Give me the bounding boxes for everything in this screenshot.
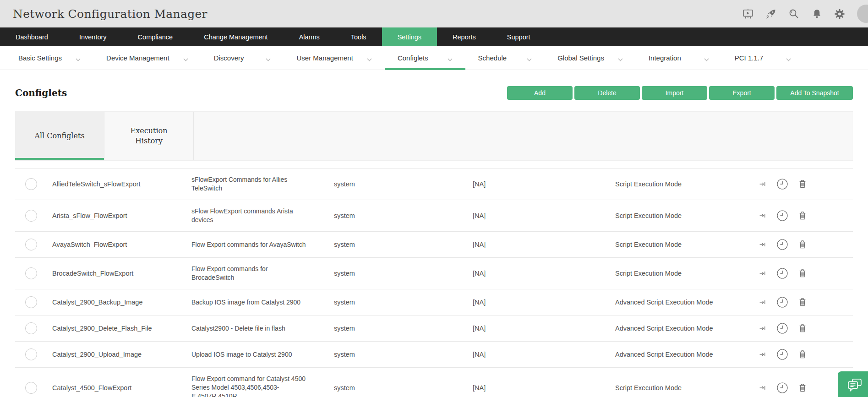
row-radio[interactable] (25, 267, 37, 279)
export-button[interactable]: Export (709, 86, 775, 100)
configlet-owner: system (334, 384, 473, 392)
subnav-item-global-settings[interactable]: Global Settings (545, 46, 636, 70)
app-header: Network Configuration Manager (0, 0, 868, 27)
configlet-name[interactable]: Arista_sFlow_FlowExport (52, 212, 191, 219)
subnav-item-user-management[interactable]: User Management (284, 46, 384, 70)
push-to-device-icon[interactable] (759, 241, 766, 248)
chevron-down-icon (786, 55, 791, 63)
import-button[interactable]: Import (642, 86, 707, 100)
nav-tab-change-management[interactable]: Change Management (188, 27, 283, 46)
configlet-owner: system (334, 299, 473, 306)
nav-tab-reports[interactable]: Reports (437, 27, 491, 46)
gear-icon[interactable] (834, 8, 845, 19)
trash-icon[interactable] (798, 350, 807, 359)
trash-icon[interactable] (798, 269, 807, 278)
configlet-na: [NA] (473, 351, 615, 358)
clock-schedule-icon[interactable] (776, 267, 788, 279)
table-row: Catalyst_2900_Delete_Flash_File Catalyst… (15, 315, 853, 342)
execution-mode: Advanced Script Execution Mode (615, 299, 753, 306)
add-to-snapshot-button[interactable]: Add To Snapshot (776, 86, 853, 100)
configlet-name[interactable]: Catalyst_2900_Backup_Image (52, 299, 191, 306)
search-icon[interactable] (788, 8, 799, 19)
bell-icon[interactable] (811, 8, 822, 19)
clock-schedule-icon[interactable] (776, 382, 788, 394)
configlet-na: [NA] (473, 384, 615, 392)
row-radio[interactable] (25, 348, 37, 360)
add-button[interactable]: Add (507, 86, 573, 100)
subnav-item-integration[interactable]: Integration (636, 46, 722, 70)
push-to-device-icon[interactable] (759, 180, 766, 188)
clock-schedule-icon[interactable] (776, 322, 788, 334)
configlet-name[interactable]: Catalyst_4500_FlowExport (52, 384, 191, 392)
nav-tab-support[interactable]: Support (491, 27, 546, 46)
subnav-item-device-management[interactable]: Device Management (93, 46, 201, 70)
trash-icon[interactable] (798, 298, 807, 307)
action-buttons: Add Delete Import Export Add To Snapshot (507, 86, 853, 100)
page-head: Configlets Add Delete Import Export Add … (15, 86, 853, 100)
row-radio[interactable] (25, 322, 37, 334)
trash-icon[interactable] (798, 211, 807, 220)
clock-schedule-icon[interactable] (776, 178, 788, 190)
configlet-name[interactable]: AlliedTeleSwitch_sFlowExport (52, 180, 191, 188)
push-to-device-icon[interactable] (759, 299, 766, 306)
clock-schedule-icon[interactable] (776, 296, 788, 308)
configlet-description: Flow Export command for Catalyst 4500 Se… (191, 375, 307, 397)
push-to-device-icon[interactable] (759, 270, 766, 277)
table-row: AlliedTeleSwitch_sFlowExport sFlowExport… (15, 169, 853, 200)
clock-schedule-icon[interactable] (776, 239, 788, 250)
configlet-name[interactable]: AvayaSwitch_FlowExport (52, 241, 191, 248)
execution-mode: Advanced Script Execution Mode (615, 351, 753, 358)
configlet-na: [NA] (473, 299, 615, 306)
chevron-down-icon (76, 55, 81, 63)
configlet-owner: system (334, 351, 473, 358)
row-radio[interactable] (25, 210, 37, 222)
configlet-name[interactable]: BrocadeSwitch_FlowExport (52, 270, 191, 277)
subnav-item-basic-settings[interactable]: Basic Settings (5, 46, 93, 70)
configlets-table: AlliedTeleSwitch_sFlowExport sFlowExport… (15, 168, 853, 397)
subnav-item-discovery[interactable]: Discovery (201, 46, 284, 70)
configlet-description: Backup IOS image from Catalyst 2900 (191, 298, 307, 307)
trash-icon[interactable] (798, 179, 807, 189)
row-radio[interactable] (25, 382, 37, 394)
nav-tab-dashboard[interactable]: Dashboard (0, 27, 64, 46)
presentation-play-icon[interactable] (742, 8, 753, 19)
nav-tab-settings[interactable]: Settings (382, 27, 437, 46)
configlet-na: [NA] (473, 180, 615, 188)
configlet-name[interactable]: Catalyst_2900_Delete_Flash_File (52, 325, 191, 332)
subnav-item-pci[interactable]: PCI 1.1.7 (722, 46, 804, 70)
table-row: BrocadeSwitch_FlowExport Flow Export com… (15, 258, 853, 289)
row-radio[interactable] (25, 178, 37, 190)
trash-icon[interactable] (798, 240, 807, 249)
row-radio[interactable] (25, 296, 37, 308)
chat-widget-button[interactable] (838, 371, 868, 397)
clock-schedule-icon[interactable] (776, 210, 788, 222)
push-to-device-icon[interactable] (759, 212, 766, 219)
push-to-device-icon[interactable] (759, 351, 766, 358)
tab-execution-history[interactable]: Execution History (104, 112, 194, 160)
chevron-down-icon (448, 55, 453, 63)
rocket-icon[interactable] (765, 8, 776, 19)
nav-tab-tools[interactable]: Tools (335, 27, 382, 46)
delete-button[interactable]: Delete (574, 86, 640, 100)
row-radio[interactable] (25, 239, 37, 250)
configlet-tabs: All Configlets Execution History (15, 111, 853, 161)
configlet-name[interactable]: Catalyst_2900_Upload_Image (52, 351, 191, 358)
push-to-device-icon[interactable] (759, 325, 766, 332)
subnav-item-schedule[interactable]: Schedule (465, 46, 545, 70)
user-avatar[interactable] (857, 5, 868, 23)
tab-all-configlets[interactable]: All Configlets (15, 112, 104, 160)
nav-tab-compliance[interactable]: Compliance (122, 27, 189, 46)
subnav-item-configlets[interactable]: Configlets (385, 46, 465, 70)
trash-icon[interactable] (798, 383, 807, 392)
push-to-device-icon[interactable] (759, 384, 766, 392)
table-row: AvayaSwitch_FlowExport Flow Export comma… (15, 232, 853, 258)
execution-mode: Script Execution Mode (615, 384, 753, 392)
table-row: Arista_sFlow_FlowExport sFlow FlowExport… (15, 200, 853, 232)
clock-schedule-icon[interactable] (776, 348, 788, 360)
nav-tab-alarms[interactable]: Alarms (284, 27, 335, 46)
configlet-owner: system (334, 325, 473, 332)
trash-icon[interactable] (798, 324, 807, 333)
chevron-down-icon (183, 55, 188, 63)
nav-tab-inventory[interactable]: Inventory (64, 27, 122, 46)
execution-mode: Script Execution Mode (615, 212, 753, 219)
